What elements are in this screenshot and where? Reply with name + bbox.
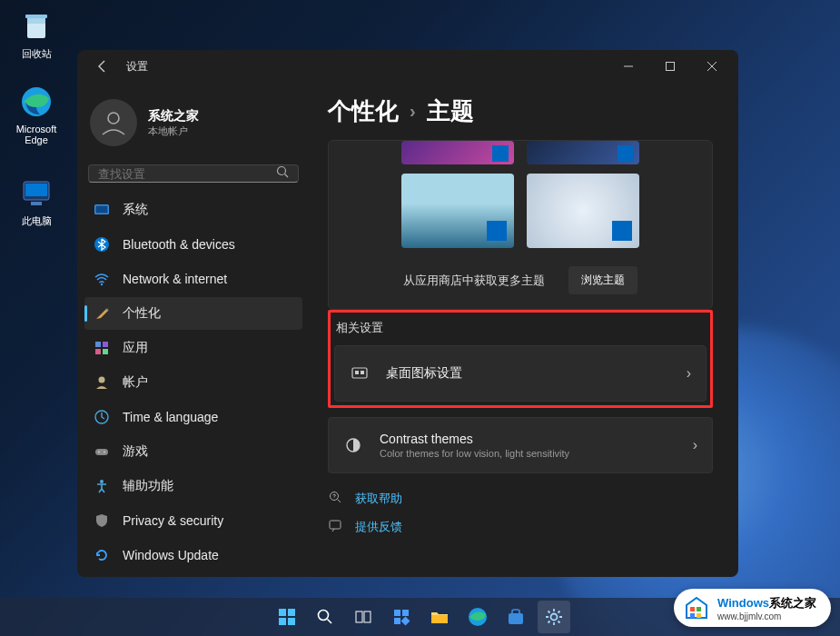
maximize-button[interactable] [649, 52, 691, 81]
svg-rect-8 [667, 63, 675, 71]
taskbar-settings[interactable] [538, 601, 570, 633]
taskbar-store[interactable] [499, 601, 532, 633]
nav-privacy[interactable]: Privacy & security [84, 504, 302, 537]
system-icon [94, 202, 110, 218]
apps-icon [94, 340, 110, 356]
theme-thumb[interactable] [527, 174, 639, 248]
nav-label: 帐户 [123, 374, 148, 391]
chevron-right-icon: › [687, 365, 691, 382]
desktop-icon-label: 回收站 [9, 47, 64, 61]
watermark-brand: Windows [717, 596, 769, 610]
highlight-annotation: 相关设置 桌面图标设置 › [328, 310, 713, 408]
nav-apps[interactable]: 应用 [84, 332, 302, 364]
theme-thumb[interactable] [401, 141, 514, 164]
paintbrush-icon [94, 305, 110, 322]
taskbar-search[interactable] [309, 601, 341, 633]
browse-themes-button[interactable]: 浏览主题 [568, 266, 637, 294]
link-label: 获取帮助 [355, 491, 402, 507]
nav-label: 游戏 [123, 443, 148, 460]
search-input[interactable] [98, 167, 276, 181]
nav-gaming[interactable]: 游戏 [84, 435, 302, 468]
sidebar: 系统之家 本地帐户 系统 Bluetooth & devices [77, 83, 313, 577]
desktop-icon-label: Microsoft Edge [9, 124, 64, 145]
back-button[interactable] [92, 55, 114, 77]
main-content: 个性化 › 主题 从应用商店中获取更多主题 浏览主题 相 [313, 83, 738, 577]
row-title: 桌面图标设置 [386, 365, 670, 382]
profile-block[interactable]: 系统之家 本地帐户 [81, 94, 306, 161]
desktop-icon-this-pc[interactable]: 此电脑 [9, 174, 64, 228]
nav-network[interactable]: Network & internet [84, 263, 302, 295]
desktop-icon-edge[interactable]: Microsoft Edge [9, 84, 64, 145]
settings-window: 设置 系统之家 本地帐户 [77, 50, 738, 577]
svg-point-37 [318, 611, 328, 621]
svg-point-9 [108, 113, 119, 124]
svg-rect-42 [402, 610, 409, 616]
contrast-themes-row[interactable]: Contrast themes Color themes for low vis… [328, 417, 713, 473]
svg-rect-1 [27, 18, 45, 24]
nav-accessibility[interactable]: 辅助功能 [84, 470, 302, 502]
svg-rect-51 [690, 613, 695, 618]
svg-rect-40 [364, 611, 371, 622]
svg-rect-33 [279, 609, 286, 616]
desktop-icon-recycle-bin[interactable]: 回收站 [9, 7, 64, 61]
nav-personalization[interactable]: 个性化 [84, 297, 302, 330]
breadcrumb-current: 主题 [427, 95, 474, 127]
svg-point-10 [278, 167, 286, 175]
svg-rect-36 [288, 618, 295, 625]
desktop-icon-settings-row[interactable]: 桌面图标设置 › [334, 345, 707, 402]
svg-line-38 [327, 620, 331, 624]
svg-rect-22 [95, 449, 108, 455]
arrow-left-icon [95, 59, 110, 74]
minimize-button[interactable] [608, 52, 649, 81]
taskview-icon [354, 608, 372, 626]
themes-panel: 从应用商店中获取更多主题 浏览主题 [328, 140, 713, 310]
svg-rect-16 [95, 342, 101, 347]
svg-rect-17 [103, 342, 108, 347]
taskbar-taskview[interactable] [347, 601, 380, 633]
nav-label: Bluetooth & devices [123, 237, 235, 252]
get-help-link[interactable]: 获取帮助 [328, 490, 713, 507]
breadcrumb-parent[interactable]: 个性化 [328, 95, 399, 127]
close-icon [707, 61, 717, 72]
svg-rect-28 [361, 371, 364, 374]
chevron-right-icon: › [693, 437, 697, 453]
search-box[interactable] [88, 164, 299, 183]
svg-point-30 [331, 492, 339, 501]
taskbar-explorer[interactable] [423, 601, 456, 633]
link-label: 提供反馈 [355, 519, 402, 535]
nav-time-language[interactable]: Time & language [84, 401, 302, 433]
nav-windows-update[interactable]: Windows Update [84, 539, 302, 571]
taskbar-widgets[interactable] [385, 601, 418, 633]
maximize-icon [665, 61, 676, 72]
gamepad-icon [94, 443, 110, 460]
svg-rect-43 [394, 618, 400, 624]
start-button[interactable] [271, 601, 303, 633]
svg-rect-52 [697, 613, 701, 618]
nav-bluetooth[interactable]: Bluetooth & devices [84, 228, 302, 261]
svg-rect-41 [394, 610, 400, 616]
store-text: 从应用商店中获取更多主题 [403, 273, 545, 289]
nav-label: 应用 [123, 340, 148, 356]
avatar [90, 99, 137, 146]
svg-rect-32 [330, 521, 341, 529]
clock-globe-icon [94, 409, 110, 425]
feedback-icon [328, 518, 344, 535]
nav-system[interactable]: 系统 [84, 194, 302, 226]
person-icon [98, 107, 129, 138]
feedback-link[interactable]: 提供反馈 [328, 518, 713, 535]
widgets-icon [392, 608, 410, 626]
nav-label: 系统 [123, 202, 148, 218]
breadcrumb: 个性化 › 主题 [328, 95, 713, 127]
nav-accounts[interactable]: 帐户 [84, 366, 302, 399]
theme-thumb[interactable] [527, 141, 639, 164]
close-button[interactable] [691, 52, 733, 81]
nav-label: Privacy & security [123, 513, 223, 528]
svg-point-20 [99, 377, 105, 383]
window-title: 设置 [126, 59, 148, 75]
svg-line-11 [285, 174, 289, 178]
theme-thumb[interactable] [401, 174, 514, 248]
taskbar-edge[interactable] [461, 601, 494, 633]
wifi-icon [94, 271, 110, 287]
accounts-icon [94, 374, 110, 391]
svg-rect-19 [103, 349, 108, 354]
